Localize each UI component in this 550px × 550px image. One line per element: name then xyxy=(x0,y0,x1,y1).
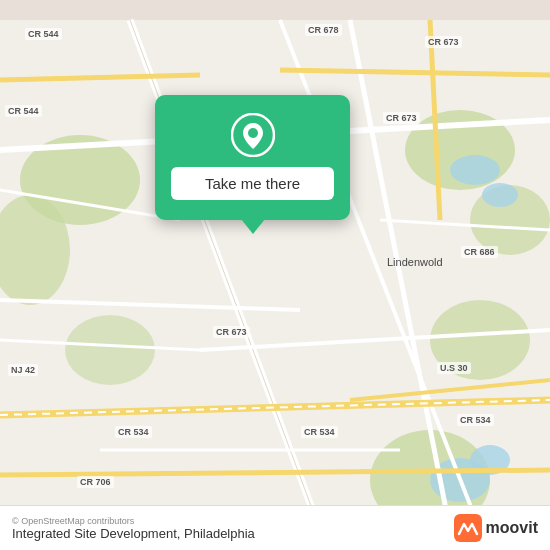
road-label-nj42: NJ 42 xyxy=(8,364,38,376)
popup-card: Take me there xyxy=(155,95,350,220)
svg-rect-33 xyxy=(454,514,482,542)
bottom-bar: © OpenStreetMap contributors Integrated … xyxy=(0,505,550,550)
road-label-cr673-mid: CR 673 xyxy=(383,112,420,124)
bottom-bar-left: © OpenStreetMap contributors Integrated … xyxy=(12,516,255,541)
svg-point-7 xyxy=(65,315,155,385)
road-label-cr534-right: CR 534 xyxy=(301,426,338,438)
moovit-brand-icon xyxy=(454,514,482,542)
take-me-there-button[interactable]: Take me there xyxy=(171,167,334,200)
road-label-cr686: CR 686 xyxy=(461,246,498,258)
road-label-cr673-bottom: CR 673 xyxy=(213,326,250,338)
svg-point-32 xyxy=(248,128,258,138)
road-label-cr706: CR 706 xyxy=(77,476,114,488)
attribution-text: © OpenStreetMap contributors xyxy=(12,516,255,526)
road-label-cr544-top: CR 544 xyxy=(25,28,62,40)
svg-point-8 xyxy=(450,155,500,185)
road-label-cr534-far: CR 534 xyxy=(457,414,494,426)
moovit-logo: moovit xyxy=(454,514,538,542)
road-label-cr673-top: CR 673 xyxy=(425,36,462,48)
road-label-cr534-left: CR 534 xyxy=(115,426,152,438)
location-pin-icon xyxy=(231,113,275,157)
map-svg xyxy=(0,0,550,550)
lindenwold-label: Lindenwold xyxy=(387,256,443,268)
road-label-us30: U.S 30 xyxy=(437,362,471,374)
road-label-cr544-mid: CR 544 xyxy=(5,105,42,117)
moovit-text: moovit xyxy=(486,519,538,537)
map-container: CR 544 CR 544 CR 678 CR 673 CR 673 CR 67… xyxy=(0,0,550,550)
location-title: Integrated Site Development, Philadelphi… xyxy=(12,526,255,541)
road-label-cr678: CR 678 xyxy=(305,24,342,36)
svg-point-9 xyxy=(482,183,518,207)
